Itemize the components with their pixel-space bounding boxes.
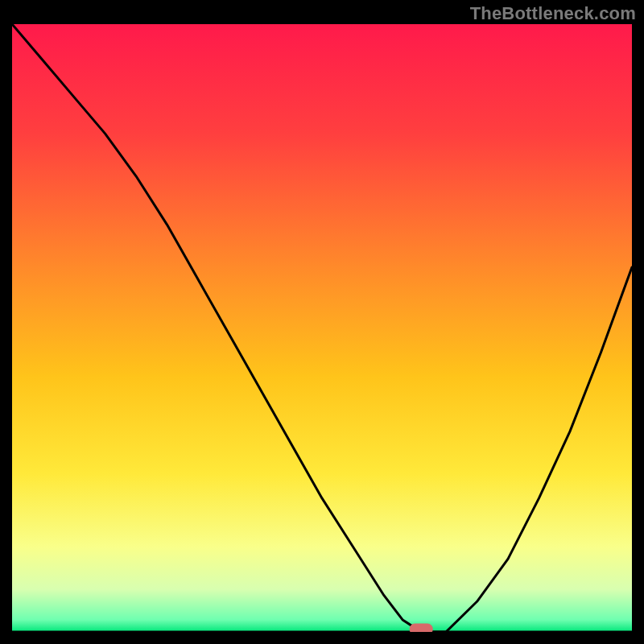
plot-area <box>12 24 632 632</box>
chart-svg <box>12 24 632 632</box>
gradient-background <box>12 24 632 632</box>
chart-frame: TheBottleneck.com <box>0 0 644 644</box>
optimum-marker <box>410 624 432 632</box>
watermark-text: TheBottleneck.com <box>470 3 636 24</box>
